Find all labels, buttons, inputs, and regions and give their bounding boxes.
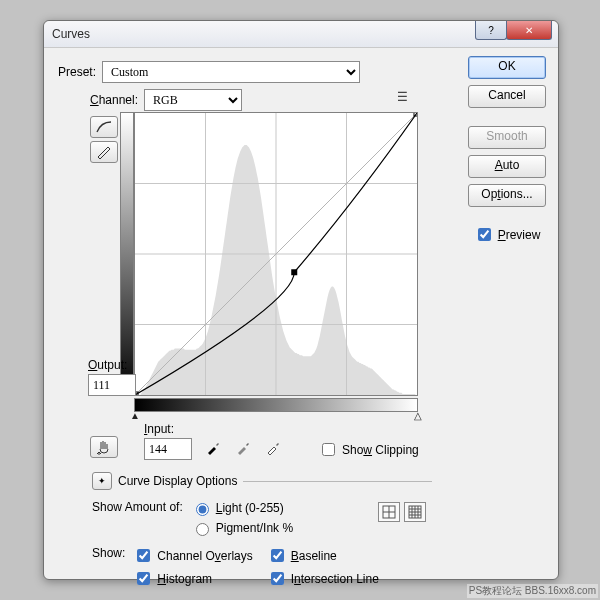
disclosure-label: Curve Display Options xyxy=(118,474,237,488)
input-gradient xyxy=(134,398,418,412)
auto-button[interactable]: Auto xyxy=(468,155,546,178)
black-eyedropper-icon[interactable] xyxy=(202,438,224,458)
output-field[interactable] xyxy=(88,374,136,396)
disclosure-toggle[interactable]: ✦ xyxy=(92,472,112,490)
show-amount-label: Show Amount of: xyxy=(92,500,183,514)
options-button[interactable]: Options... xyxy=(468,184,546,207)
channel-label: Channel: xyxy=(90,93,138,107)
channel-select[interactable]: RGB xyxy=(144,89,242,111)
light-radio[interactable]: Light (0-255) xyxy=(191,500,293,516)
titlebar[interactable]: Curves ? ✕ xyxy=(44,21,558,48)
white-point-slider[interactable]: △ xyxy=(414,410,422,421)
curve-tool-icon[interactable] xyxy=(90,116,118,138)
show-label: Show: xyxy=(92,546,125,588)
histogram-checkbox[interactable]: Histogram xyxy=(133,569,252,588)
input-label: Input: xyxy=(144,422,174,436)
channel-overlays-checkbox[interactable]: Channel Overlays xyxy=(133,546,252,565)
preset-select[interactable]: Custom xyxy=(102,61,360,83)
output-gradient xyxy=(120,112,134,396)
watermark: PS教程论坛 BBS.16xx8.com xyxy=(467,584,598,598)
cancel-button[interactable]: Cancel xyxy=(468,85,546,108)
white-eyedropper-icon[interactable] xyxy=(262,438,284,458)
smooth-button[interactable]: Smooth xyxy=(468,126,546,149)
fine-grid-icon[interactable] xyxy=(404,502,426,522)
intersection-checkbox[interactable]: Intersection Line xyxy=(267,569,379,588)
preview-checkbox[interactable]: Preview xyxy=(468,225,546,244)
close-button[interactable]: ✕ xyxy=(506,21,552,40)
pencil-tool-icon[interactable] xyxy=(90,141,118,163)
curve-graph[interactable] xyxy=(134,112,418,396)
ok-button[interactable]: OK xyxy=(468,56,546,79)
show-clipping-checkbox[interactable]: Show Clipping xyxy=(318,440,419,459)
coarse-grid-icon[interactable] xyxy=(378,502,400,522)
pigment-radio[interactable]: Pigment/Ink % xyxy=(191,520,293,536)
curves-dialog: Curves ? ✕ Preset: Custom ☰ Channel: RGB xyxy=(43,20,559,580)
preset-menu-icon[interactable]: ☰ xyxy=(397,90,408,104)
divider xyxy=(243,481,432,482)
input-field[interactable] xyxy=(144,438,192,460)
black-point-slider[interactable]: ▲ xyxy=(130,410,140,421)
gray-eyedropper-icon[interactable] xyxy=(232,438,254,458)
targeted-adjust-tool[interactable] xyxy=(90,436,118,458)
help-button[interactable]: ? xyxy=(475,21,507,40)
preset-label: Preset: xyxy=(58,65,96,79)
output-label: Output: xyxy=(88,358,127,372)
svg-rect-7 xyxy=(291,269,297,275)
baseline-checkbox[interactable]: Baseline xyxy=(267,546,379,565)
dialog-title: Curves xyxy=(52,27,90,41)
